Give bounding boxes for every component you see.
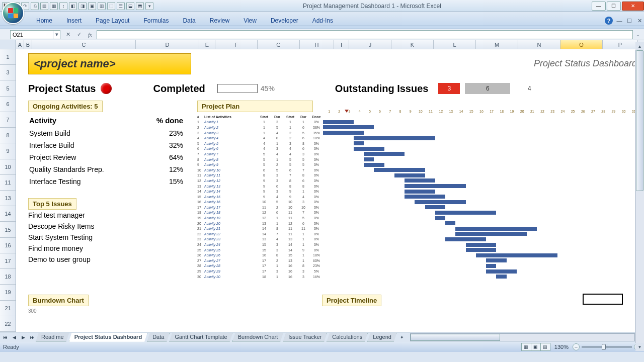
sheet-tab-read-me[interactable]: Read me xyxy=(36,333,69,342)
minimize-button[interactable]: — xyxy=(592,2,606,11)
row-header-22[interactable]: 22 xyxy=(0,316,16,332)
worksheet-area[interactable]: <project name> Project Status Dashboard … xyxy=(16,49,644,332)
row-header-5[interactable]: 5 xyxy=(0,80,16,96)
row-header-15[interactable]: 15 xyxy=(0,222,16,237)
zoom-level[interactable]: 130% xyxy=(554,344,569,350)
issues-red-count: 3 xyxy=(438,83,460,94)
ribbon-tab-review[interactable]: Review xyxy=(203,15,236,26)
qa-btn-13[interactable]: ☰ xyxy=(117,2,125,10)
row-header-21[interactable]: 21 xyxy=(0,301,16,316)
col-header-O[interactable]: O xyxy=(560,40,603,49)
qa-btn-8[interactable]: ◧ xyxy=(69,2,77,10)
row-header-8[interactable]: 8 xyxy=(0,128,16,143)
ribbon-tab-page-layout[interactable]: Page Layout xyxy=(89,15,136,26)
row-header-9[interactable]: 9 xyxy=(0,143,16,159)
accept-formula-icon[interactable]: ✓ xyxy=(73,30,85,39)
col-header-F[interactable]: F xyxy=(215,40,258,49)
project-name-cell[interactable]: <project name> xyxy=(28,53,191,74)
ribbon-minimize-icon[interactable]: — xyxy=(616,17,623,24)
formula-expand-icon[interactable]: ⌄ xyxy=(634,31,642,39)
sheet-tab-legend[interactable]: Legend xyxy=(367,333,397,342)
qa-btn-10[interactable]: ▣ xyxy=(88,2,96,10)
name-box-dropdown-icon[interactable]: ▾ xyxy=(53,31,60,39)
view-normal-icon[interactable]: ▦ xyxy=(521,343,531,351)
maximize-button[interactable]: ☐ xyxy=(607,2,621,11)
select-all-corner[interactable] xyxy=(0,40,16,49)
col-header-A[interactable]: A xyxy=(16,40,24,49)
col-header-I[interactable]: I xyxy=(334,40,349,49)
row-header-17[interactable]: 17 xyxy=(0,253,16,269)
tab-nav-next-icon[interactable]: ▶ xyxy=(19,333,27,341)
sheet-tab-data[interactable]: Data xyxy=(147,333,170,342)
ribbon-tab-developer[interactable]: Developer xyxy=(264,15,305,26)
col-header-N[interactable]: N xyxy=(518,40,560,49)
row-header-19[interactable]: 19 xyxy=(0,285,16,300)
office-button[interactable] xyxy=(2,2,24,24)
name-box[interactable]: O21 ▾ xyxy=(10,30,60,39)
col-header-G[interactable]: G xyxy=(258,40,300,49)
qa-btn-12[interactable]: ⬚ xyxy=(107,2,115,10)
ribbon-restore-icon[interactable]: ☐ xyxy=(626,17,633,24)
qa-btn-16[interactable]: ▾ xyxy=(145,2,153,10)
ribbon-tab-insert[interactable]: Insert xyxy=(59,15,89,26)
fx-icon[interactable]: fx xyxy=(85,30,96,39)
qa-btn-6[interactable]: ▦ xyxy=(50,2,58,10)
tab-nav-prev-icon[interactable]: ◀ xyxy=(10,333,18,341)
scroll-thumb[interactable] xyxy=(636,50,643,191)
col-header-H[interactable]: H xyxy=(300,40,334,49)
sheet-tab-project-status-dashboard[interactable]: Project Status Dashboard xyxy=(69,333,147,342)
ribbon-close-icon[interactable]: ✕ xyxy=(636,17,643,24)
qa-btn-5[interactable]: ▤ xyxy=(40,2,48,10)
col-header-E[interactable]: E xyxy=(199,40,215,49)
row-header-16[interactable]: 16 xyxy=(0,238,16,253)
row-header-7[interactable]: 7 xyxy=(0,112,16,128)
qa-btn-11[interactable]: ▥ xyxy=(98,2,106,10)
tab-nav-first-icon[interactable]: ⏮ xyxy=(1,333,9,341)
vertical-scrollbar[interactable]: ▲ ▼ xyxy=(635,50,644,343)
qa-btn-15[interactable]: ⬒ xyxy=(136,2,144,10)
scroll-up-icon[interactable]: ▲ xyxy=(635,42,644,50)
horizontal-scrollbar[interactable] xyxy=(410,333,635,341)
ribbon-tab-add-ins[interactable]: Add-Ins xyxy=(305,15,340,26)
row-header-10[interactable]: 10 xyxy=(0,159,16,175)
col-header-C[interactable]: C xyxy=(32,40,136,49)
col-header-B[interactable]: B xyxy=(24,40,32,49)
view-layout-icon[interactable]: ▣ xyxy=(531,343,541,351)
row-header-1[interactable]: 1 xyxy=(0,49,16,65)
scroll-down-icon[interactable]: ▼ xyxy=(635,343,644,351)
qa-btn-9[interactable]: ◨ xyxy=(78,2,87,10)
row-header-11[interactable]: 11 xyxy=(0,175,16,191)
row-header-6[interactable]: 6 xyxy=(0,97,16,112)
col-header-M[interactable]: M xyxy=(476,40,518,49)
insert-sheet-icon[interactable]: ✦ xyxy=(398,333,406,341)
cancel-formula-icon[interactable]: ✕ xyxy=(62,30,73,39)
row-header-3[interactable]: 3 xyxy=(0,65,16,80)
row-header-18[interactable]: 18 xyxy=(0,269,16,285)
close-button[interactable]: ✕ xyxy=(622,2,644,11)
sheet-tab-calculations[interactable]: Calculations xyxy=(327,333,368,342)
col-header-D[interactable]: D xyxy=(136,40,199,49)
sheet-tab-issue-tracker[interactable]: Issue Tracker xyxy=(283,333,327,342)
zoom-slider[interactable] xyxy=(582,346,632,348)
qa-btn-14[interactable]: ⬓ xyxy=(126,2,134,10)
sheet-tab-burndown-chart[interactable]: Burndown Chart xyxy=(232,333,284,342)
help-icon[interactable]: ? xyxy=(605,17,613,25)
row-header-13[interactable]: 13 xyxy=(0,191,16,206)
col-header-L[interactable]: L xyxy=(434,40,476,49)
sheet-tab-gantt-chart-template[interactable]: Gantt Chart Template xyxy=(169,333,232,342)
col-header-P[interactable]: P xyxy=(603,40,638,49)
tab-nav-last-icon[interactable]: ⏭ xyxy=(28,333,36,341)
ribbon-tab-view[interactable]: View xyxy=(236,15,264,26)
qa-print-icon[interactable]: ⎙ xyxy=(31,2,39,10)
qa-btn-7[interactable]: ↕ xyxy=(59,2,67,10)
ribbon-tab-formulas[interactable]: Formulas xyxy=(136,15,176,26)
zoom-out-button[interactable]: − xyxy=(573,343,580,350)
formula-input[interactable] xyxy=(97,30,633,39)
col-header-J[interactable]: J xyxy=(349,40,391,49)
ribbon-tab-home[interactable]: Home xyxy=(29,15,59,26)
burndown-header: Burndown Chart xyxy=(28,295,89,306)
ribbon-tab-data[interactable]: Data xyxy=(176,15,202,26)
row-header-14[interactable]: 14 xyxy=(0,206,16,222)
view-break-icon[interactable]: ▤ xyxy=(540,343,550,351)
col-header-K[interactable]: K xyxy=(391,40,434,49)
